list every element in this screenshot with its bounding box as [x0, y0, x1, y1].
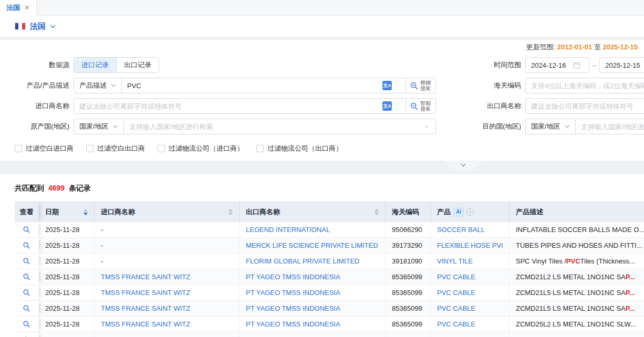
product-search-input[interactable]: [127, 82, 382, 90]
row-product[interactable]: SOCCER BALL: [437, 226, 485, 234]
chevron-down-icon[interactable]: [50, 25, 56, 28]
data-source-toggle: 进口记录 出口记录: [74, 57, 159, 73]
row-exporter[interactable]: PT YAGEO TMSS INDONESIA: [246, 289, 340, 297]
import-records-tab[interactable]: 进口记录: [74, 58, 116, 72]
close-icon[interactable]: ✕: [24, 4, 30, 12]
tab-france[interactable]: 法国 ✕: [0, 0, 37, 16]
view-cell: [15, 269, 39, 285]
checkbox-icon[interactable]: [256, 145, 264, 152]
importer-input[interactable]: [79, 102, 382, 110]
row-hs-code: 95066290: [392, 226, 422, 234]
row-exporter[interactable]: MERCK LIFE SCIENCE PRIVATE LIMITED: [246, 241, 378, 249]
row-hs-code: 85365099: [392, 304, 422, 312]
row-exporter[interactable]: FLORIM GLOBAL PRIVATE LIMITED: [246, 257, 359, 265]
row-exporter[interactable]: PT YAGEO TMSS INDONESIA: [246, 273, 340, 281]
row-importer[interactable]: TMSS FRANCE SAINT WITZ: [101, 289, 190, 297]
filter-checkboxes: 过滤空白进口商 过滤空白出口商 过滤物流公司（进口商） 过滤物流公司（出口商）: [0, 144, 644, 153]
magnifier-icon: [23, 320, 30, 328]
row-description: TUBES PIPES AND HOSES AND FITTI...: [510, 238, 644, 254]
row-description: ZCMD21L2 LS METAL 1NO1NC SA P...: [510, 269, 644, 285]
product-field-select[interactable]: 产品描述: [74, 78, 122, 93]
chevron-down-icon: [565, 125, 570, 128]
update-range-to: 2025-12-15: [603, 43, 638, 51]
col-exporter[interactable]: 出口商名称: [240, 202, 386, 222]
checkbox-label: 过滤空白进口商: [26, 144, 74, 153]
filter-panel: 更新范围: 2012-01-01 至 2025-12-15 数据源 进口记录 出…: [0, 40, 644, 161]
view-detail-button[interactable]: [23, 257, 30, 265]
row-product[interactable]: PVC CABLE: [437, 304, 475, 312]
view-detail-button[interactable]: [23, 320, 30, 328]
dest-country-select[interactable]: 国家/地区: [526, 119, 576, 134]
row-exporter[interactable]: PT YAGEO TMSS INDONESIA: [246, 304, 340, 312]
row-importer[interactable]: TMSS FRANCE SAINT WITZ: [101, 273, 190, 281]
translate-icon[interactable]: 文A: [382, 101, 392, 111]
filter-checkbox[interactable]: 过滤物流公司（进口商）: [158, 144, 244, 153]
date-start-input[interactable]: [525, 57, 589, 73]
view-detail-button[interactable]: [23, 226, 30, 234]
form-row-origin: 原产国(地区) 国家/地区 目的国(地区) 国家/地区: [0, 119, 644, 134]
importer-group: 文A 智能搜索: [74, 98, 436, 114]
filter-checkbox[interactable]: 过滤空白出口商: [86, 144, 145, 153]
row-hs-code: 39173290: [392, 241, 422, 249]
translate-icon[interactable]: 文A: [382, 81, 392, 90]
dest-country-input[interactable]: [581, 123, 644, 131]
exporter-input[interactable]: [525, 98, 644, 114]
origin-country-group[interactable]: 国家/地区: [74, 119, 436, 134]
hs-code-input[interactable]: [525, 78, 644, 93]
date-range-separator: –: [593, 61, 596, 69]
origin-country-select[interactable]: 国家/地区: [74, 119, 124, 134]
export-records-tab[interactable]: 出口记录: [116, 58, 159, 72]
view-detail-button[interactable]: [23, 304, 30, 312]
row-exporter[interactable]: LEGEND INTERNATIONAL: [246, 226, 330, 234]
date-start-value[interactable]: [531, 61, 573, 69]
row-product[interactable]: FLEXIBLE HOSE PVC: [437, 241, 503, 249]
chevron-down-icon: [460, 163, 466, 167]
hs-code-label: 海关编码: [446, 81, 525, 90]
row-importer[interactable]: TMSS FRANCE SAINT WITZ: [101, 304, 190, 312]
fuzzy-search-button[interactable]: 模糊搜索: [406, 78, 435, 93]
update-range-label: 更新范围:: [526, 43, 556, 51]
checkbox-icon[interactable]: [15, 145, 22, 152]
checkbox-icon[interactable]: [158, 145, 165, 152]
row-date: 2025-11-28: [45, 304, 80, 312]
row-product[interactable]: VINYL TILE: [437, 257, 473, 265]
view-detail-button[interactable]: [23, 241, 30, 249]
row-exporter[interactable]: PT YAGEO TMSS INDONESIA: [246, 320, 340, 328]
table-header-row: 查看 日期 进口商名称 出口商名称 海关编码 产品 AI i 产品描述: [15, 202, 644, 222]
row-product[interactable]: PVC CABLE: [437, 273, 475, 281]
exporter-field[interactable]: [531, 102, 644, 110]
collapse-panel-button[interactable]: [444, 161, 483, 170]
checkbox-icon[interactable]: [86, 145, 94, 152]
smart-search-button[interactable]: 智能搜索: [406, 99, 435, 113]
date-end-value[interactable]: [605, 61, 644, 69]
row-product[interactable]: PVC CABLE: [437, 289, 475, 297]
view-detail-button[interactable]: [23, 273, 30, 281]
dest-country-group[interactable]: 国家/地区: [525, 119, 644, 134]
row-date: 2025-11-28: [45, 320, 80, 328]
filter-checkbox[interactable]: 过滤物流公司（出口商）: [256, 144, 342, 153]
divider: [396, 102, 396, 110]
hs-code-field[interactable]: [531, 82, 644, 90]
info-icon[interactable]: i: [466, 208, 474, 216]
results-table: 查看 日期 进口商名称 出口商名称 海关编码 产品 AI i 产品描述: [15, 202, 644, 337]
table-row: 2025-11-28 TMSS FRANCE SAINT WITZ PT YAG…: [15, 317, 644, 332]
col-date[interactable]: 日期: [39, 202, 95, 222]
magnifier-icon: [23, 273, 30, 281]
sort-icons-exporter[interactable]: [370, 209, 379, 215]
row-product[interactable]: PVC CABLE: [437, 320, 475, 328]
sort-icons-date[interactable]: [79, 209, 88, 215]
col-importer[interactable]: 进口商名称: [95, 202, 240, 222]
product-select-value: 产品描述: [79, 81, 107, 90]
magnifier-icon: [23, 289, 30, 297]
view-detail-button[interactable]: [23, 289, 30, 297]
filter-checkbox[interactable]: 过滤空白进口商: [15, 144, 74, 153]
date-end-input[interactable]: [599, 57, 644, 73]
row-date: 2025-11-28: [45, 226, 80, 234]
calendar-icon: [573, 61, 580, 69]
row-importer[interactable]: TMSS FRANCE SAINT WITZ: [101, 320, 190, 328]
sort-icons-importer[interactable]: [224, 209, 233, 215]
origin-country-input[interactable]: [129, 123, 424, 131]
table-body: 2025-11-28 - LEGEND INTERNATIONAL 950662…: [15, 222, 644, 337]
fuzzy-search-icon: [410, 81, 419, 90]
chevron-down-icon: [113, 125, 118, 128]
